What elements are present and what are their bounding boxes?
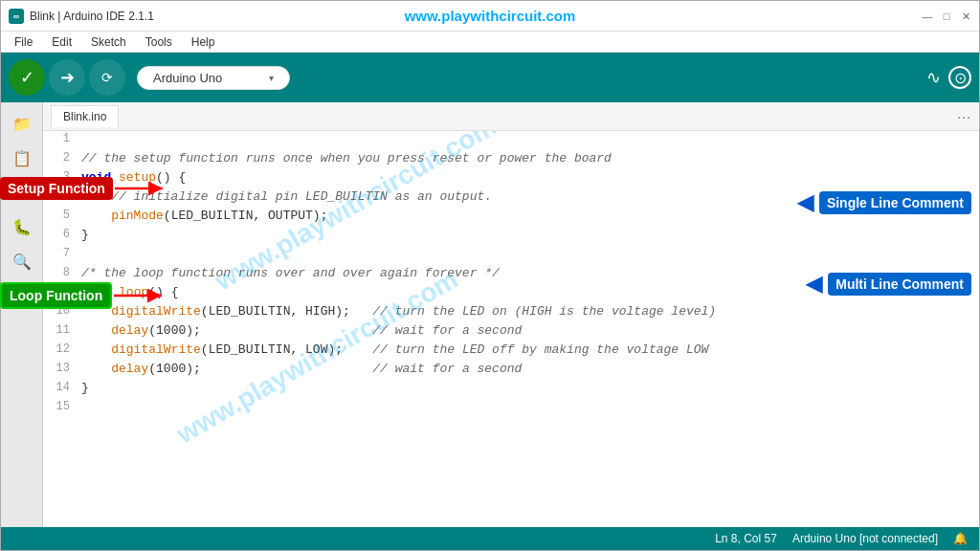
- loop-function-annotation: Loop Function: [0, 282, 169, 309]
- debug-button[interactable]: ⟳: [89, 59, 125, 96]
- code-line-14: 14 }: [43, 380, 979, 399]
- maximize-button[interactable]: □: [941, 11, 952, 22]
- statusbar: Ln 8, Col 57 Arduino Uno [not connected]…: [1, 527, 979, 550]
- sidebar-search-icon[interactable]: 🔍: [9, 248, 35, 275]
- file-tab-bar: Blink.ino ···: [43, 102, 979, 131]
- verify-button[interactable]: ✓: [9, 59, 45, 96]
- upload-button[interactable]: ➜: [49, 59, 85, 96]
- code-line-6: 6 }: [43, 227, 979, 246]
- code-line-10: 10 digitalWrite(LED_BUILTIN, HIGH); // t…: [43, 303, 979, 322]
- website-label: www.playwithcircuit.com: [405, 8, 576, 24]
- code-line-2: 2 // the setup function runs once when y…: [43, 150, 979, 169]
- code-line-13: 13 delay(1000); // wait for a second: [43, 361, 979, 380]
- board-select-container: Arduino Uno ▾: [137, 66, 290, 90]
- code-line-15: 15: [43, 399, 979, 418]
- multi-line-comment-annotation: ◀ Multi Line Comment: [806, 272, 971, 297]
- menubar: File Edit Sketch Tools Help: [1, 32, 979, 53]
- single-line-comment-arrow: ◀: [797, 190, 813, 215]
- app-window: ∞ Blink | Arduino IDE 2.1.1 www.playwith…: [0, 0, 980, 551]
- board-select[interactable]: Arduino Uno ▾: [137, 66, 290, 90]
- board-name: Arduino Uno: [153, 71, 222, 85]
- single-line-comment-annotation: ◀ Single Line Comment: [797, 190, 971, 215]
- multi-line-comment-label: Multi Line Comment: [828, 273, 971, 296]
- code-line-11: 11 delay(1000); // wait for a second: [43, 322, 979, 342]
- cursor-position: Ln 8, Col 57: [715, 532, 777, 545]
- file-tab-name: Blink.ino: [63, 110, 106, 123]
- file-tab-menu[interactable]: ···: [957, 109, 971, 124]
- file-tab-blink[interactable]: Blink.ino: [51, 105, 119, 127]
- code-editor[interactable]: www.playwithcircuit.com www.playwithcirc…: [43, 131, 979, 527]
- serial-plotter-icon[interactable]: ∿: [926, 67, 941, 88]
- setup-function-annotation: Setup Function: [0, 177, 170, 200]
- sidebar-files-icon[interactable]: 📁: [9, 110, 35, 137]
- main-content: 📁 📋 📚 🐛 🔍 Blink.ino ··· www.playwithcirc…: [1, 102, 979, 527]
- toolbar-right: ∿ ⊙: [926, 66, 971, 89]
- board-status: Arduino Uno [not connected]: [792, 532, 938, 545]
- sidebar-debug-icon[interactable]: 🐛: [9, 213, 35, 240]
- loop-function-label: Loop Function: [0, 282, 112, 309]
- sidebar-boards-icon[interactable]: 📋: [9, 144, 35, 171]
- multi-line-comment-arrow: ◀: [806, 272, 822, 297]
- setup-function-label: Setup Function: [0, 177, 113, 200]
- menu-file[interactable]: File: [7, 33, 40, 51]
- setup-function-arrow-svg: [113, 179, 170, 198]
- minimize-button[interactable]: —: [922, 11, 933, 22]
- code-line-7: 7: [43, 246, 979, 265]
- board-dropdown-arrow: ▾: [269, 73, 274, 83]
- sidebar: 📁 📋 📚 🐛 🔍: [1, 102, 43, 527]
- app-icon: ∞: [9, 9, 24, 24]
- single-line-comment-label: Single Line Comment: [819, 191, 971, 214]
- code-line-3: 3 void setup() {: [43, 169, 979, 188]
- close-button[interactable]: ✕: [960, 11, 971, 22]
- menu-sketch[interactable]: Sketch: [83, 33, 134, 51]
- code-line-12: 12 digitalWrite(LED_BUILTIN, LOW); // tu…: [43, 342, 979, 361]
- serial-monitor-icon[interactable]: ⊙: [948, 66, 971, 89]
- menu-tools[interactable]: Tools: [138, 33, 180, 51]
- loop-function-arrow-svg: [112, 286, 169, 305]
- editor-area: Blink.ino ··· www.playwithcircuit.com ww…: [43, 102, 979, 527]
- code-line-1: 1: [43, 131, 979, 150]
- menu-help[interactable]: Help: [184, 33, 223, 51]
- menu-edit[interactable]: Edit: [44, 33, 79, 51]
- window-controls: — □ ✕: [922, 11, 971, 22]
- bell-icon: 🔔: [953, 532, 968, 545]
- titlebar: ∞ Blink | Arduino IDE 2.1.1 www.playwith…: [1, 1, 979, 32]
- toolbar: ✓ ➜ ⟳ Arduino Uno ▾ ∿ ⊙: [1, 53, 979, 102]
